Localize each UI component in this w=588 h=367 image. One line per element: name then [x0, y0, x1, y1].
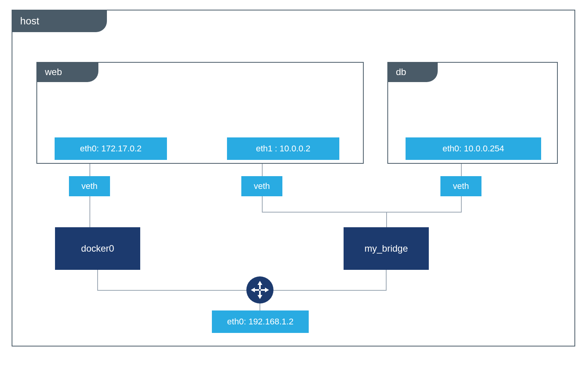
veth-b: veth — [241, 176, 282, 196]
web-container: web eth0: 172.17.0.2 eth1 : 10.0.0.2 — [36, 62, 364, 164]
connector-line — [386, 212, 387, 227]
connector-line — [89, 196, 90, 227]
connector-line — [97, 270, 98, 290]
web-eth0-interface: eth0: 172.17.0.2 — [55, 137, 167, 160]
db-eth0-interface: eth0: 10.0.0.254 — [406, 137, 541, 160]
connector-line — [262, 196, 263, 212]
svg-marker-2 — [251, 288, 259, 292]
host-eth0-label: eth0: 192.168.1.2 — [227, 317, 293, 327]
web-eth0-label: eth0: 172.17.0.2 — [80, 144, 141, 154]
router-icon — [246, 276, 273, 304]
veth-a: veth — [69, 176, 110, 196]
connector-line — [262, 212, 462, 213]
db-tab: db — [387, 62, 438, 82]
svg-marker-0 — [258, 281, 262, 289]
arrows-cross-icon — [250, 280, 270, 300]
host-container: host web eth0: 172.17.0.2 eth1 : 10.0.0.… — [12, 10, 575, 346]
connector-line — [386, 270, 387, 290]
connector-line — [461, 196, 462, 212]
veth-b-label: veth — [254, 181, 270, 191]
docker0-bridge: docker0 — [55, 227, 140, 270]
connector-line — [461, 164, 462, 176]
connector-line — [260, 290, 387, 291]
host-eth0-interface: eth0: 192.168.1.2 — [212, 310, 309, 333]
web-label: web — [45, 67, 62, 77]
veth-c-label: veth — [453, 181, 469, 191]
host-label: host — [20, 15, 39, 27]
connector-line — [262, 164, 263, 176]
svg-marker-3 — [261, 288, 269, 292]
my-bridge-label: my_bridge — [364, 243, 408, 254]
web-eth1-label: eth1 : 10.0.0.2 — [256, 144, 311, 154]
db-label: db — [396, 67, 406, 77]
connector-line — [89, 164, 90, 176]
db-eth0-label: eth0: 10.0.0.254 — [442, 144, 504, 154]
diagram-canvas: host web eth0: 172.17.0.2 eth1 : 10.0.0.… — [0, 0, 588, 367]
web-eth1-interface: eth1 : 10.0.0.2 — [227, 137, 339, 160]
connector-line — [260, 304, 260, 310]
veth-c: veth — [440, 176, 481, 196]
docker0-label: docker0 — [81, 243, 114, 254]
svg-marker-1 — [258, 291, 262, 299]
connector-line — [97, 290, 260, 291]
web-tab: web — [36, 62, 98, 82]
veth-a-label: veth — [81, 181, 98, 191]
db-container: db eth0: 10.0.0.254 — [387, 62, 558, 164]
my-bridge: my_bridge — [344, 227, 429, 270]
host-tab: host — [12, 10, 107, 32]
